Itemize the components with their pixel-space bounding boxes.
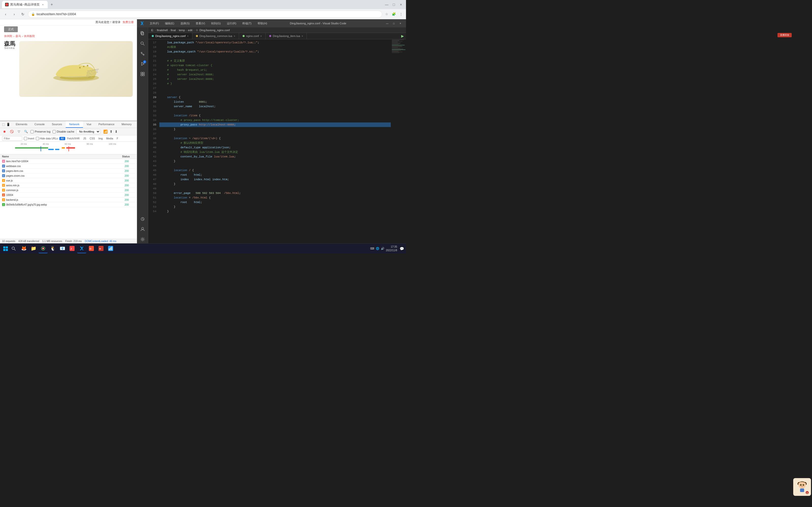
sidebar-extensions-icon[interactable]	[139, 70, 147, 78]
taskbar-files[interactable]: 📁	[29, 244, 38, 253]
footer-dom-loaded[interactable]: DOMContentLoaded: 46 ms	[85, 240, 116, 242]
filter-f[interactable]: F	[115, 137, 120, 140]
new-tab-btn[interactable]: +	[49, 2, 55, 8]
minimize-btn[interactable]: —	[384, 2, 390, 8]
tray-notification-icon[interactable]: 💬	[400, 247, 404, 251]
menu-edit[interactable]: 编辑(E)	[163, 21, 176, 26]
filter-btn[interactable]: ▽	[16, 129, 21, 134]
table-row[interactable]: J backend.js 200	[0, 198, 137, 202]
tab-app[interactable]: App	[135, 121, 137, 128]
forward-btn[interactable]: ›	[11, 11, 18, 18]
taskbar-vscode[interactable]	[77, 244, 86, 253]
settings-icon[interactable]: ⋮	[398, 11, 404, 17]
devtools-device-icon[interactable]: 📱	[6, 123, 10, 126]
devtools-inspect-icon[interactable]: ⬚	[2, 123, 5, 126]
throttle-select[interactable]: No throttling	[77, 129, 100, 134]
filter-input[interactable]	[2, 136, 22, 141]
breadcrumb-item-1[interactable]: 休闲鞋	[4, 34, 12, 38]
taskbar-firefox[interactable]: 🦊	[19, 244, 29, 253]
tab-common-lua[interactable]: DingJiaxiong_common.lua ×	[192, 33, 239, 39]
disable-cache-input[interactable]	[53, 130, 56, 133]
sidebar-run-icon[interactable]: 2	[139, 60, 147, 68]
vscode-minimize-btn[interactable]: —	[385, 21, 390, 26]
bookmark-icon[interactable]: ☆	[384, 11, 390, 17]
menu-file[interactable]: 文件(F)	[148, 21, 160, 26]
menu-terminal[interactable]: 终端(T)	[241, 21, 253, 26]
vscode-maximize-btn[interactable]: □	[391, 21, 396, 26]
export-icon[interactable]: ⬇	[115, 129, 118, 133]
filter-media[interactable]: Media	[105, 137, 115, 140]
breadcrumb-item-2[interactable]: 森马	[15, 34, 21, 38]
table-row[interactable]: C pages-item.css 200	[0, 169, 137, 173]
tab-close-lua[interactable]: ×	[302, 35, 303, 38]
refresh-btn[interactable]: ↻	[19, 11, 27, 18]
sidebar-explorer-icon[interactable]	[139, 30, 147, 38]
tab-performance[interactable]: Performance	[95, 121, 118, 128]
table-row[interactable]: J axios.min.js 200	[0, 183, 137, 188]
search-btn[interactable]: 🔍	[23, 129, 29, 134]
table-row[interactable]: C pages-zoom.css 200	[0, 173, 137, 178]
tab-elements[interactable]: Elements	[12, 121, 31, 128]
sidebar-settings-icon[interactable]	[139, 235, 147, 243]
table-row[interactable]: H item.html?id=10004 200	[0, 159, 137, 164]
record-btn[interactable]: ⏺	[2, 129, 7, 134]
tray-sound-icon[interactable]: 🔊	[381, 247, 385, 250]
taskbar-chrome[interactable]	[39, 244, 48, 253]
filter-js[interactable]: JS	[82, 137, 88, 140]
breadcrumb-item-3[interactable]: 休闲板鞋	[24, 34, 35, 38]
invert-input[interactable]	[24, 137, 27, 140]
vscode-close-btn[interactable]: ×	[398, 21, 403, 26]
tab-network[interactable]: Network	[66, 121, 83, 128]
filter-fetch-xhr[interactable]: Fetch/XHR	[66, 137, 81, 140]
sidebar-git-icon[interactable]	[139, 50, 147, 58]
search-taskbar-btn[interactable]	[10, 245, 17, 252]
tab-nginx[interactable]: nginx.conf ×	[239, 33, 266, 39]
menu-view[interactable]: 查看(V)	[194, 21, 207, 26]
tab-memory[interactable]: Memory	[118, 121, 135, 128]
table-row[interactable]: J common.js 200	[0, 188, 137, 193]
taskbar-maven[interactable]: M	[96, 244, 106, 253]
extensions-icon[interactable]: 🧩	[391, 11, 397, 17]
table-row[interactable]: I 0b5fe8c5d9bf6c47.jpg!q70.jpg.webp 200	[0, 202, 137, 207]
preserve-log-checkbox[interactable]: Preserve log	[31, 130, 50, 133]
back-btn[interactable]: ‹	[2, 11, 9, 18]
close-browser-btn[interactable]: ×	[398, 2, 404, 8]
tray-network-icon[interactable]: 🌐	[376, 247, 379, 250]
start-btn[interactable]	[2, 245, 9, 252]
maximize-btn[interactable]: □	[391, 2, 397, 8]
filter-img[interactable]: Img	[97, 137, 104, 140]
tab-close-nginx[interactable]: ×	[187, 35, 189, 38]
import-icon[interactable]: ⬆	[110, 129, 113, 133]
clear-btn[interactable]: 🚫	[9, 129, 14, 134]
tab-close-nginx2[interactable]: ×	[260, 35, 262, 38]
table-row[interactable]: J vue.js 200	[0, 178, 137, 183]
filter-css[interactable]: CSS	[88, 137, 96, 140]
sidebar-search-icon[interactable]	[139, 40, 147, 48]
browser-tab-active[interactable]: 黑马商城--商品详情页 ×	[2, 1, 48, 8]
tray-keyboard-icon[interactable]: ⌨	[370, 247, 374, 250]
menu-run[interactable]: 运行(R)	[225, 21, 238, 26]
tab-close-common[interactable]: ×	[234, 35, 235, 38]
taskbar-mail[interactable]: 📧	[58, 244, 67, 253]
tab-sources[interactable]: Sources	[48, 121, 65, 128]
filter-all[interactable]: All	[59, 137, 65, 140]
taskbar-git[interactable]: G	[87, 244, 96, 253]
tab-console[interactable]: Console	[31, 121, 48, 128]
tab-nginx-conf[interactable]: DingJiaxiong_nginx.conf ×	[148, 33, 192, 39]
tab-item-lua[interactable]: DingJiaxiong_item.lua ×	[266, 33, 307, 39]
menu-help[interactable]: 帮助(H)	[256, 21, 268, 26]
invert-checkbox[interactable]: Invert	[24, 137, 34, 140]
menu-goto[interactable]: 转到(G)	[210, 21, 222, 26]
taskbar-chart[interactable]	[106, 244, 115, 253]
menu-select[interactable]: 选择(S)	[179, 21, 191, 26]
tab-vue[interactable]: Vue	[83, 121, 95, 128]
disable-cache-checkbox[interactable]: Disable cache	[53, 130, 74, 133]
taskbar-java[interactable]: J	[67, 244, 77, 253]
table-row[interactable]: C webbase.css 200	[0, 164, 137, 169]
sidebar-account-icon[interactable]	[139, 225, 147, 233]
btn-normal[interactable]: 正式	[4, 26, 18, 32]
table-row[interactable]: J 10004 200	[0, 193, 137, 198]
run-code-btn[interactable]: ▶	[401, 34, 404, 38]
tab-close-btn[interactable]: ×	[41, 3, 45, 6]
preserve-log-input[interactable]	[31, 130, 34, 133]
